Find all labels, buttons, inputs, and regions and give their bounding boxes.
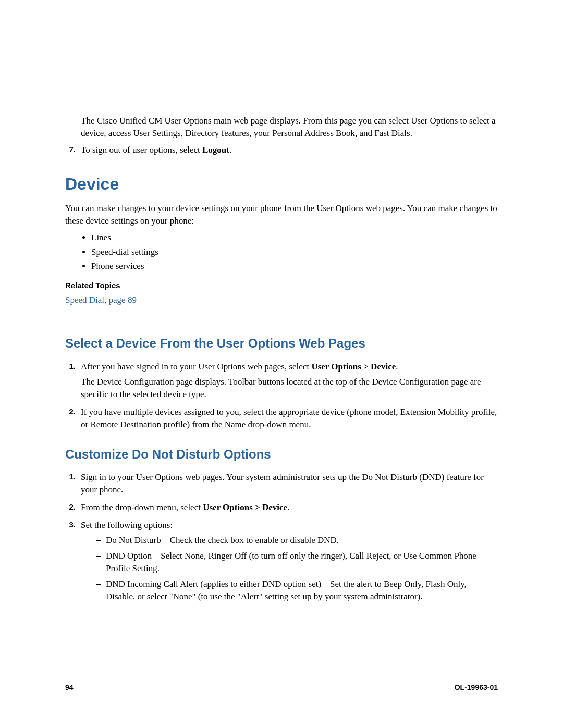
dash-text: DND Option—Select None, Ringer Off (to t… [106, 550, 498, 575]
step3-text: Set the following options: [81, 520, 173, 530]
device-bullets: Lines Speed-dial settings Phone services [91, 231, 498, 273]
bullet-item: Phone services [91, 260, 498, 273]
step7-bold: Logout [202, 145, 229, 155]
step1-suffix: . [396, 362, 398, 372]
bullet-item: Speed-dial settings [91, 246, 498, 258]
step-1: 1. Sign in to your User Options web page… [65, 471, 498, 496]
step-2: 2. If you have multiple devices assigned… [65, 406, 498, 431]
step2-prefix: From the drop-down menu, select [81, 502, 203, 512]
dash-text: Do Not Disturb—Check the check box to en… [106, 534, 498, 547]
step-text: From the drop-down menu, select User Opt… [81, 501, 498, 514]
step-number: 2. [65, 501, 81, 514]
heading-select-device: Select a Device From the User Options We… [65, 335, 498, 352]
step-text: If you have multiple devices assigned to… [81, 406, 498, 431]
dash-item: Do Not Disturb—Check the check box to en… [96, 534, 498, 547]
dash-text: DND Incoming Call Alert (applies to eith… [106, 578, 498, 603]
dnd-options-list: Do Not Disturb—Check the check box to en… [96, 534, 498, 602]
device-intro: You can make changes to your device sett… [65, 202, 498, 227]
dash-item: DND Option—Select None, Ringer Off (to t… [96, 550, 498, 575]
step-number: 1. [65, 471, 81, 496]
step-7: 7. To sign out of user options, select L… [65, 144, 498, 156]
dnd-steps: 1. Sign in to your User Options web page… [65, 471, 498, 606]
step-1: 1. After you have signed in to your User… [65, 361, 498, 401]
select-device-steps: 1. After you have signed in to your User… [65, 361, 498, 431]
step-text: Sign in to your User Options web pages. … [81, 471, 498, 496]
page-footer: 94 OL-19963-01 [65, 680, 498, 692]
intro-paragraph: The Cisco Unified CM User Options main w… [81, 115, 498, 140]
document-id: OL-19963-01 [455, 683, 498, 692]
step-3: 3. Set the following options: Do Not Dis… [65, 519, 498, 606]
bullet-item: Lines [91, 231, 498, 244]
step-number: 2. [65, 406, 81, 431]
step7-prefix: To sign out of user options, select [81, 145, 202, 155]
related-topics-label: Related Topics [65, 280, 498, 291]
step2-suffix: . [287, 502, 289, 512]
step7-suffix: . [229, 145, 231, 155]
step1-bold: User Options > Device [311, 362, 396, 372]
step-text: Set the following options: Do Not Distur… [81, 519, 498, 606]
step1-prefix: After you have signed in to your User Op… [81, 362, 311, 372]
heading-dnd: Customize Do Not Disturb Options [65, 446, 498, 463]
step-2: 2. From the drop-down menu, select User … [65, 501, 498, 514]
step-number: 3. [65, 519, 81, 606]
page-number: 94 [65, 683, 74, 692]
step-text: To sign out of user options, select Logo… [81, 144, 498, 156]
dash-item: DND Incoming Call Alert (applies to eith… [96, 578, 498, 603]
step-text: After you have signed in to your User Op… [81, 361, 498, 401]
related-topic-link[interactable]: Speed Dial, page 89 [65, 294, 137, 306]
step-number: 7. [65, 144, 81, 156]
step1-subtext: The Device Configuration page displays. … [81, 376, 498, 401]
step-number: 1. [65, 361, 81, 401]
step2-bold: User Options > Device [203, 502, 287, 512]
document-body: The Cisco Unified CM User Options main w… [65, 115, 498, 606]
heading-device: Device [65, 172, 498, 196]
